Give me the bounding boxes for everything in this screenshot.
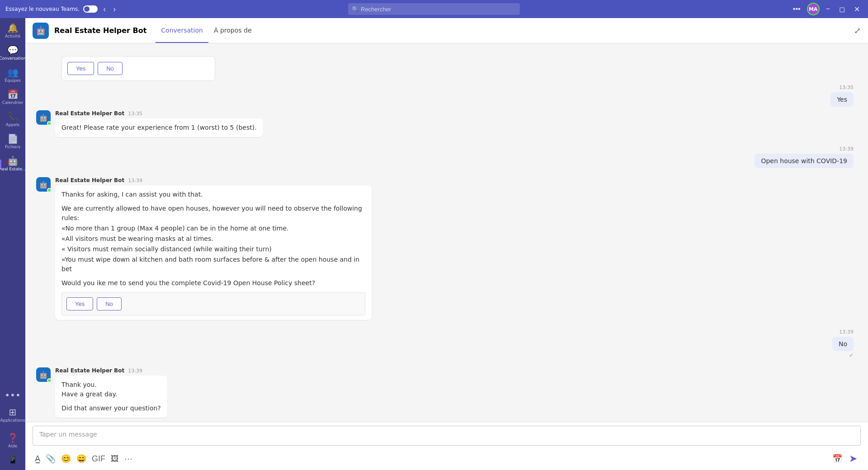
compose-area: A̲ 📎 😊 😄 GIF 🖼 ⋯ 📅 ➤ (25, 422, 868, 470)
message-row: 13:35 Yes (25, 83, 868, 108)
msg-time: 13:39 (128, 368, 142, 374)
chat-header: 🤖 Real Estate Helper Bot Conversation À … (25, 18, 868, 43)
sidebar: 🔔 Activité 💬 Conversation 👥 Équipes 📅 Ca… (0, 18, 25, 470)
online-indicator (47, 121, 52, 126)
emoji-button[interactable]: 😄 (74, 451, 89, 466)
sidebar-item-help[interactable]: ❓ Aide (0, 430, 25, 452)
applications-icon: ⊞ (9, 408, 17, 417)
sticker-button[interactable]: 🖼 (108, 452, 121, 466)
msg-sender: Real Estate Helper Bot (55, 367, 124, 374)
send-button[interactable]: ➤ (845, 451, 861, 466)
more-options-button[interactable]: ••• (790, 3, 803, 15)
user-time: 13:39 (839, 329, 854, 335)
bot-rules-block: We are currently allowed to have open ho… (61, 204, 365, 274)
compose-input-row (25, 422, 868, 449)
msg-sender: Real Estate Helper Bot (55, 177, 124, 183)
messages-area[interactable]: Yes No 13:35 Yes 🤖 (25, 43, 868, 422)
bot-text: Great! Please rate your experience from … (61, 124, 257, 131)
user-avatar[interactable]: MA (807, 3, 820, 15)
help-icon: ❓ (7, 433, 19, 442)
files-icon: 📄 (7, 134, 19, 143)
bot-rule-line: «All visitors must be wearing masks at a… (61, 234, 365, 244)
sidebar-item-files[interactable]: 📄 Fichiers (0, 131, 25, 153)
schedule-button[interactable]: 📅 (830, 451, 844, 466)
bot-thankyou-text: Thank you. (61, 380, 161, 390)
bot-bubble-long: Thanks for asking, I can assist you with… (55, 185, 372, 320)
bot-avatar-msg: 🤖 (36, 110, 51, 125)
msg-meta: Real Estate Helper Bot 13:35 (55, 110, 263, 117)
yes-button-2[interactable]: Yes (66, 297, 93, 310)
gif-button[interactable]: GIF (90, 452, 108, 466)
chat-tabs: Conversation À propos de (156, 18, 257, 43)
phone-icon: 📱 (7, 456, 19, 465)
message-row: 13:39 Open house with COVID-19 (25, 144, 868, 170)
user-message-wrap: 13:39 Open house with COVID-19 (755, 146, 854, 168)
message-status-icon: ✓ (849, 352, 854, 358)
tab-about[interactable]: À propos de (208, 18, 257, 43)
bot-message-content: Real Estate Helper Bot 13:39 Thanks for … (55, 177, 372, 320)
bot-question2-text: Did that answer your question? (61, 404, 161, 413)
sidebar-label-calls: Appels (6, 122, 19, 127)
message-row: 13:39 No ✓ (25, 327, 868, 360)
pop-out-button[interactable]: ⤢ (854, 26, 861, 36)
sidebar-item-conversation[interactable]: 💬 Conversation (0, 42, 25, 64)
sidebar-item-calls[interactable]: 📞 Appels (0, 108, 25, 131)
sidebar-item-phone[interactable]: 📱 (0, 452, 25, 468)
msg-meta: Real Estate Helper Bot 13:39 (55, 367, 167, 374)
sidebar-label-files: Fichiers (5, 145, 20, 149)
chat-container: 🤖 Real Estate Helper Bot Conversation À … (25, 18, 868, 470)
msg-meta: Real Estate Helper Bot 13:39 (55, 177, 372, 183)
sidebar-label-applications: Applications (0, 418, 25, 423)
yn-buttons-container: Yes No (61, 56, 215, 81)
sidebar-label-teams: Équipes (5, 78, 21, 83)
sidebar-item-teams[interactable]: 👥 Équipes (0, 64, 25, 86)
maximize-button[interactable]: ◻ (836, 3, 848, 15)
bot-avatar-msg: 🤖 (36, 367, 51, 382)
compose-input[interactable] (33, 426, 861, 446)
no-button-2[interactable]: No (97, 297, 122, 310)
calls-icon: 📞 (7, 112, 19, 121)
online-indicator (47, 188, 52, 193)
bot-avatar-msg: 🤖 (36, 177, 51, 192)
teams-icon: 👥 (7, 68, 19, 77)
no-button-1[interactable]: No (98, 62, 123, 75)
sidebar-more-button[interactable]: ••• (1, 386, 24, 404)
online-indicator (47, 378, 52, 383)
sidebar-item-realestate[interactable]: 🤖 Real Estate... (0, 153, 25, 175)
format-button[interactable]: A̲ (33, 451, 42, 466)
nav-forward-button[interactable]: › (111, 3, 118, 16)
nav-back-button[interactable]: ‹ (101, 3, 108, 16)
message-row: 🤖 Real Estate Helper Bot 13:39 Thank you… (25, 366, 868, 419)
sidebar-item-applications[interactable]: ⊞ Applications (0, 404, 25, 426)
bot-message-content: Real Estate Helper Bot 13:39 Thank you. … (55, 367, 167, 418)
sidebar-label-activity: Activité (5, 34, 20, 38)
close-button[interactable]: ✕ (851, 3, 863, 15)
more-toolbar-button[interactable]: ⋯ (122, 451, 135, 466)
bot-title: Real Estate Helper Bot (54, 26, 146, 35)
bot-rule-line: We are currently allowed to have open ho… (61, 204, 365, 223)
user-message-wrap: 13:39 No ✓ (832, 329, 854, 358)
yes-button-1[interactable]: Yes (67, 62, 94, 75)
minimize-button[interactable]: − (823, 3, 833, 15)
emoji-menu-button[interactable]: 😊 (59, 451, 73, 466)
search-input[interactable] (348, 3, 520, 15)
attach-button[interactable]: 📎 (43, 451, 58, 466)
calendar-icon: 📅 (7, 90, 19, 99)
bot-greatday-text: Have a great day. (61, 390, 161, 399)
try-teams-label: Essayez le nouveau Teams. (5, 6, 80, 12)
user-message-wrap: 13:35 Yes (830, 85, 854, 107)
sidebar-item-calendar[interactable]: 📅 Calendrier (0, 86, 25, 108)
titlebar: Essayez le nouveau Teams. ‹ › 🔍 ••• MA −… (0, 0, 868, 18)
yn-buttons-container-2: Yes No (61, 292, 365, 315)
bot-message-content: Real Estate Helper Bot 13:35 Great! Plea… (55, 110, 263, 137)
msg-sender: Real Estate Helper Bot (55, 110, 124, 117)
sidebar-item-activity[interactable]: 🔔 Activité (0, 20, 25, 42)
user-bubble: No (832, 337, 854, 351)
bot-question-text: Would you ike me to send you the complet… (61, 278, 365, 288)
sidebar-label-conversation: Conversation (0, 56, 26, 61)
conversation-icon: 💬 (7, 46, 19, 55)
tab-conversation[interactable]: Conversation (156, 18, 208, 43)
try-teams-toggle[interactable] (83, 5, 98, 13)
app-body: 🔔 Activité 💬 Conversation 👥 Équipes 📅 Ca… (0, 18, 868, 470)
bot-yn-message: Yes No (61, 52, 215, 81)
